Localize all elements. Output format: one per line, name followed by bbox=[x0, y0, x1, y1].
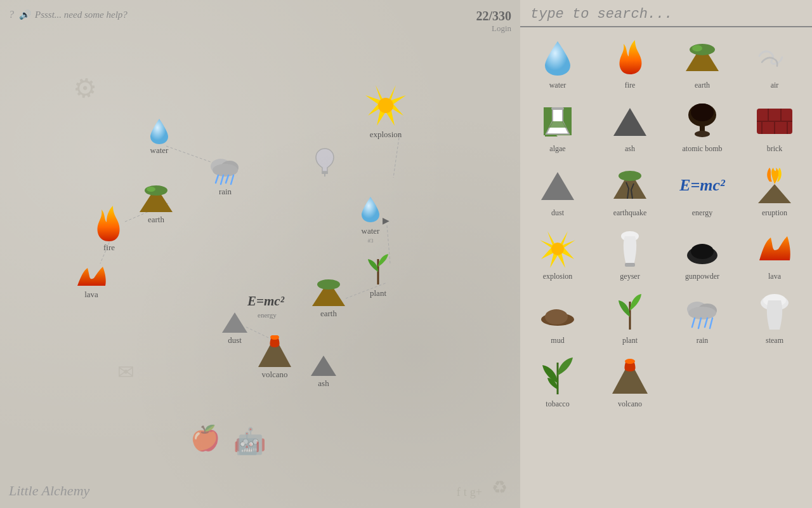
grid-item-algae[interactable]: algae bbox=[523, 96, 593, 157]
canvas-energy[interactable]: E=mc² bbox=[247, 293, 284, 309]
canvas-volcano[interactable]: volcano bbox=[256, 335, 293, 380]
plant-grid-icon bbox=[610, 293, 650, 333]
grid-item-steam[interactable]: steam bbox=[740, 288, 809, 349]
grid-item-air[interactable]: air bbox=[740, 32, 809, 93]
mud-grid-label: mud bbox=[551, 336, 564, 345]
air-grid-label: air bbox=[771, 81, 779, 90]
grid-item-gunpowder[interactable]: gunpowder bbox=[667, 224, 737, 284]
elements-panel: water fire earth bbox=[520, 0, 812, 508]
ash-grid-label: ash bbox=[625, 144, 635, 153]
svg-marker-20 bbox=[311, 356, 336, 376]
lava-grid-icon bbox=[754, 229, 795, 269]
geyser-grid-icon bbox=[610, 229, 650, 269]
grid-item-explosion[interactable]: explosion bbox=[523, 224, 593, 284]
grid-item-fire[interactable]: fire bbox=[595, 32, 665, 93]
grid-item-earth[interactable]: earth bbox=[667, 32, 737, 93]
grid-item-earthquake[interactable]: earthquake bbox=[595, 160, 665, 221]
canvas-dust-label: dust bbox=[228, 335, 242, 345]
canvas-ash[interactable]: ash bbox=[310, 354, 337, 389]
canvas-area[interactable]: ⚙ ✉ 🤖 ? 🔊 Pssst... need some help? 22/33… bbox=[0, 0, 520, 508]
login-link[interactable]: Login bbox=[476, 23, 511, 34]
earthquake-grid-label: earthquake bbox=[613, 208, 647, 217]
svg-line-10 bbox=[216, 175, 218, 183]
rain-grid-icon bbox=[682, 293, 723, 333]
grid-item-volcano[interactable]: volcano bbox=[595, 351, 665, 412]
canvas-earth-1-label: earth bbox=[148, 215, 164, 225]
canvas-bulb[interactable] bbox=[313, 146, 336, 177]
canvas-plant[interactable]: plant bbox=[363, 253, 393, 298]
canvas-volcano-label: volcano bbox=[261, 370, 287, 380]
explosion-canvas-icon bbox=[363, 83, 409, 128]
earthquake-grid-icon bbox=[610, 165, 650, 206]
mud-grid-icon bbox=[537, 293, 578, 333]
energy-grid-label: energy bbox=[692, 208, 712, 217]
svg-point-35 bbox=[691, 104, 714, 121]
grid-item-geyser[interactable]: geyser bbox=[595, 224, 665, 284]
social-bar: f t g+ bbox=[457, 486, 482, 499]
water-2-icon bbox=[360, 196, 381, 222]
svg-point-9 bbox=[213, 164, 238, 177]
svg-line-58 bbox=[698, 318, 701, 328]
ash-canvas-icon bbox=[310, 354, 337, 377]
svg-line-13 bbox=[231, 175, 233, 184]
canvas-earth-1[interactable]: earth bbox=[138, 185, 174, 225]
tobacco-grid-icon bbox=[537, 356, 578, 397]
canvas-dust[interactable]: dust bbox=[221, 311, 249, 345]
gunpowder-grid-icon bbox=[682, 229, 723, 269]
earth-grid-label: earth bbox=[695, 81, 710, 90]
canvas-explosion[interactable]: explosion bbox=[363, 83, 409, 140]
svg-point-16 bbox=[147, 187, 155, 192]
canvas-fire[interactable]: fire bbox=[94, 204, 124, 253]
canvas-water-1[interactable]: water bbox=[149, 117, 169, 156]
rain-icon bbox=[208, 152, 242, 185]
canvas-earth-2[interactable]: earth bbox=[311, 279, 346, 319]
canvas-water-2-label: water bbox=[362, 226, 380, 236]
grid-item-rain[interactable]: rain bbox=[667, 288, 737, 349]
canvas-plant-label: plant bbox=[370, 288, 386, 298]
water-icon bbox=[149, 117, 169, 144]
canvas-water-1-label: water bbox=[150, 145, 169, 156]
svg-rect-49 bbox=[625, 263, 635, 267]
grid-item-lava[interactable]: lava bbox=[740, 224, 809, 284]
grid-item-tobacco[interactable]: tobacco bbox=[523, 351, 593, 412]
fire-canvas-icon bbox=[94, 204, 124, 241]
water-2-sublabel: #3 bbox=[368, 237, 374, 244]
volcano-canvas-icon bbox=[256, 335, 293, 368]
svg-rect-30 bbox=[551, 107, 564, 110]
svg-point-34 bbox=[695, 131, 710, 137]
canvas-ash-label: ash bbox=[318, 378, 329, 389]
rain-grid-label: rain bbox=[697, 336, 709, 345]
grid-item-plant[interactable]: plant bbox=[595, 288, 665, 349]
earth-grid-icon bbox=[682, 37, 723, 78]
volcano-grid-icon bbox=[610, 356, 650, 397]
bulb-icon bbox=[313, 146, 336, 177]
energy-grid-icon: E=mc² bbox=[682, 165, 723, 206]
atomic-bomb-grid-icon bbox=[682, 101, 723, 142]
canvas-water-2[interactable]: ▶ water #3 bbox=[360, 196, 381, 244]
svg-marker-17 bbox=[222, 312, 247, 333]
grid-item-atomic-bomb[interactable]: atomic bomb bbox=[667, 96, 737, 157]
canvas-rain[interactable]: rain bbox=[208, 152, 242, 197]
geyser-grid-label: geyser bbox=[620, 272, 639, 281]
explosion-grid-label: explosion bbox=[543, 272, 573, 281]
deco-mail: ✉ bbox=[117, 360, 134, 384]
ash-grid-icon bbox=[610, 101, 650, 142]
search-input[interactable] bbox=[530, 6, 802, 22]
grid-item-water[interactable]: water bbox=[523, 32, 593, 93]
svg-line-6 bbox=[393, 133, 400, 178]
canvas-rain-label: rain bbox=[219, 187, 232, 197]
steam-grid-label: steam bbox=[766, 336, 783, 345]
elements-grid: water fire earth bbox=[520, 27, 812, 508]
grid-item-brick[interactable]: brick bbox=[740, 96, 809, 157]
play-button[interactable]: ▶ bbox=[383, 215, 390, 226]
canvas-lava[interactable]: lava bbox=[75, 265, 108, 300]
grid-item-mud[interactable]: mud bbox=[523, 288, 593, 349]
grid-item-dust[interactable]: dust bbox=[523, 160, 593, 221]
social-fb: f bbox=[457, 486, 461, 499]
grid-item-energy[interactable]: E=mc² energy bbox=[667, 160, 737, 221]
counter-number: 22/330 bbox=[476, 9, 511, 23]
grid-item-ash[interactable]: ash bbox=[595, 96, 665, 157]
grid-item-eruption[interactable]: eruption bbox=[740, 160, 809, 221]
help-text: Pssst... need some help? bbox=[35, 10, 128, 20]
svg-point-53 bbox=[545, 309, 568, 324]
